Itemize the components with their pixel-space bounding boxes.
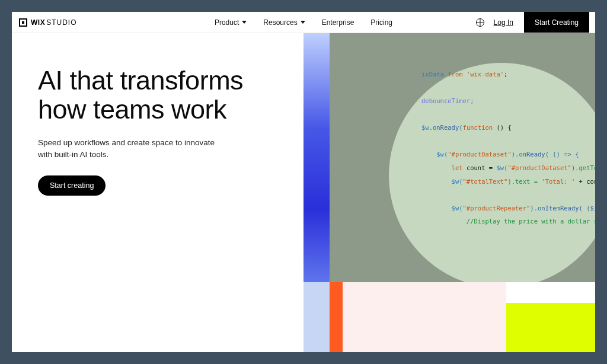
nav-resources-label: Resources: [263, 18, 297, 27]
tile-orange: [330, 282, 343, 352]
nav-pricing-label: Pricing: [370, 18, 392, 27]
code-snippet: ixData from 'wix-data'; debounceTimer; $…: [421, 68, 595, 228]
nav-enterprise-label: Enterprise: [322, 18, 354, 27]
hero-section: AI that transforms how teams work Speed …: [12, 33, 595, 352]
main-nav: Product Resources Enterprise Pricing: [215, 18, 392, 27]
logo-text-studio: STUDIO: [46, 18, 76, 27]
tile-yellow: [506, 303, 595, 352]
nav-pricing[interactable]: Pricing: [370, 18, 392, 27]
start-creating-button[interactable]: Start Creating: [524, 12, 589, 33]
hero-left: AI that transforms how teams work Speed …: [12, 33, 304, 352]
nav-product-label: Product: [215, 18, 239, 27]
hero-subtext: Speed up workflows and create space to i…: [38, 137, 216, 160]
login-link[interactable]: Log In: [494, 18, 513, 27]
logo-text-wix: WIX: [31, 18, 45, 27]
code-panel: ixData from 'wix-data'; debounceTimer; $…: [330, 33, 595, 282]
tile-lightblue: [304, 282, 330, 352]
hero-visual: ixData from 'wix-data'; debounceTimer; $…: [304, 33, 595, 352]
nav-product[interactable]: Product: [215, 18, 247, 27]
bottom-tiles: [304, 282, 595, 352]
logo[interactable]: WIXSTUDIO: [19, 18, 77, 27]
globe-icon[interactable]: [476, 18, 484, 27]
nav-resources[interactable]: Resources: [263, 18, 305, 27]
tile-pink: [343, 282, 506, 352]
hero-cta-button[interactable]: Start creating: [38, 175, 106, 196]
logo-icon: [19, 18, 27, 27]
chevron-down-icon: [301, 21, 305, 24]
header-right: Log In Start Creating: [476, 12, 589, 33]
hero-headline: AI that transforms how teams work: [38, 66, 286, 124]
site-header: WIXSTUDIO Product Resources Enterprise P…: [12, 12, 595, 33]
chevron-down-icon: [242, 21, 247, 24]
page-frame: WIXSTUDIO Product Resources Enterprise P…: [12, 12, 595, 352]
nav-enterprise[interactable]: Enterprise: [322, 18, 354, 27]
